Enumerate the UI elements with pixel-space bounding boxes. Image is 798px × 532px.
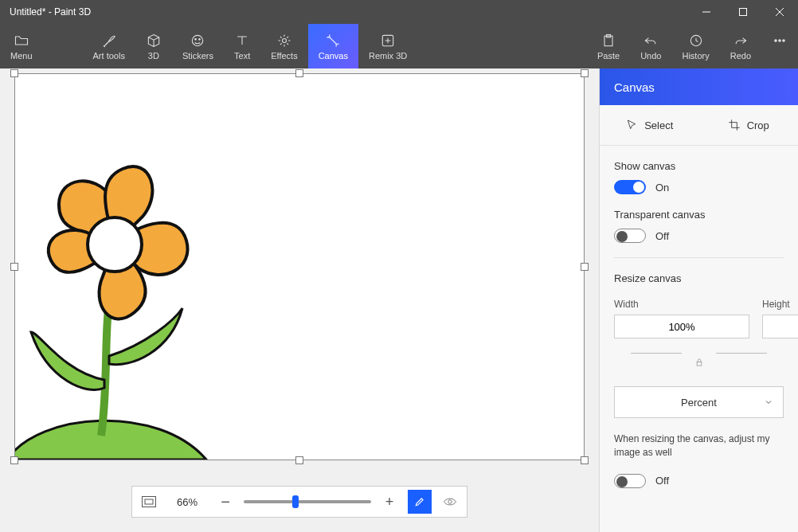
resize-image-description: When resizing the canvas, adjust my imag… (614, 432, 784, 460)
resize-image-toggle[interactable] (614, 474, 646, 488)
resize-handle[interactable] (581, 263, 589, 271)
sticker-icon (190, 32, 205, 49)
view-mode-button[interactable] (438, 490, 462, 514)
svg-point-12 (775, 40, 777, 42)
close-button[interactable] (761, 0, 798, 24)
canvas[interactable] (14, 73, 585, 460)
stickers-label: Stickers (182, 51, 213, 61)
effects-button[interactable]: Effects (260, 24, 307, 68)
history-button[interactable]: History (671, 24, 719, 68)
work-area: 66% − + (0, 68, 599, 532)
undo-button[interactable]: Undo (630, 24, 671, 68)
zoom-bar: 66% − + (131, 486, 467, 518)
svg-rect-17 (145, 499, 153, 504)
paste-button[interactable]: Paste (587, 24, 630, 68)
side-panel: Canvas Select Crop Show canvas On Transp… (599, 68, 798, 532)
cube-icon (146, 32, 162, 49)
crop-tool-button[interactable]: Crop (699, 105, 799, 145)
folder-icon (14, 32, 29, 49)
text-icon (234, 32, 250, 49)
3d-label: 3D (148, 51, 159, 61)
text-label: Text (234, 51, 250, 61)
text-button[interactable]: Text (224, 24, 260, 68)
crop-label: Crop (747, 119, 769, 131)
transparent-canvas-label: Transparent canvas (614, 209, 784, 221)
show-canvas-toggle[interactable] (614, 180, 646, 194)
svg-point-13 (779, 40, 781, 42)
width-label: Width (614, 299, 749, 310)
show-canvas-label: Show canvas (614, 160, 784, 172)
chevron-down-icon (764, 397, 773, 407)
lock-icon (689, 357, 710, 368)
effects-icon (276, 32, 292, 49)
resize-image-state: Off (655, 475, 669, 487)
svg-point-6 (199, 39, 201, 41)
crop-icon (728, 119, 741, 131)
resize-handle[interactable] (10, 69, 18, 77)
zoom-slider-thumb[interactable] (292, 495, 299, 508)
history-label: History (682, 51, 709, 61)
zoom-out-button[interactable]: − (213, 490, 237, 514)
maximize-button[interactable] (725, 0, 761, 24)
side-panel-header: Canvas (600, 68, 798, 105)
undo-icon (643, 32, 659, 49)
resize-handle[interactable] (10, 456, 18, 464)
svg-rect-16 (143, 497, 156, 507)
show-canvas-state: On (655, 182, 669, 194)
3d-button[interactable]: 3D (135, 24, 172, 68)
height-input[interactable] (762, 315, 798, 338)
canvas-label: Canvas (319, 51, 348, 61)
zoom-slider[interactable] (244, 500, 371, 503)
more-button[interactable] (761, 24, 798, 68)
zoom-value: 66% (167, 496, 207, 508)
titlebar: Untitled* - Paint 3D (0, 0, 798, 24)
zoom-in-button[interactable]: + (377, 490, 401, 514)
paste-icon (600, 32, 616, 49)
canvas-button[interactable]: Canvas (308, 24, 358, 68)
svg-point-18 (448, 500, 452, 504)
art-tools-label: Art tools (93, 51, 125, 61)
unit-selected: Percent (681, 397, 717, 409)
stickers-button[interactable]: Stickers (172, 24, 224, 68)
remix-icon (380, 32, 396, 49)
window-title: Untitled* - Paint 3D (10, 6, 688, 18)
resize-handle[interactable] (295, 456, 303, 464)
svg-point-4 (193, 35, 203, 45)
canvas-icon (325, 32, 341, 49)
edit-mode-button[interactable] (408, 490, 432, 514)
paste-label: Paste (597, 51, 620, 61)
minimize-button[interactable] (688, 0, 725, 24)
flower-drawing (15, 125, 262, 460)
resize-handle[interactable] (581, 69, 589, 77)
menu-label: Menu (10, 51, 33, 61)
effects-label: Effects (271, 51, 297, 61)
menu-button[interactable]: Menu (0, 24, 43, 68)
resize-handle[interactable] (581, 456, 589, 464)
svg-point-7 (282, 39, 286, 43)
toolbar: Menu Art tools 3D Stickers Text Effects … (0, 24, 798, 68)
unit-dropdown[interactable]: Percent (614, 386, 784, 418)
svg-point-5 (195, 39, 197, 41)
fit-screen-button[interactable] (137, 490, 161, 514)
redo-label: Redo (730, 51, 751, 61)
resize-canvas-label: Resize canvas (614, 272, 784, 284)
canvas-selection[interactable] (14, 73, 585, 460)
redo-icon (733, 32, 749, 49)
redo-button[interactable]: Redo (720, 24, 761, 68)
art-tools-button[interactable]: Art tools (83, 24, 135, 68)
undo-label: Undo (640, 51, 661, 61)
aspect-lock-button[interactable] (614, 353, 784, 372)
height-label: Height (762, 299, 798, 310)
select-tool-button[interactable]: Select (600, 105, 699, 145)
resize-handle[interactable] (10, 263, 18, 271)
transparent-canvas-state: Off (655, 230, 669, 242)
svg-rect-1 (740, 9, 747, 16)
cursor-icon (625, 119, 638, 131)
brush-icon (101, 32, 117, 49)
transparent-canvas-toggle[interactable] (614, 229, 646, 243)
remix-3d-label: Remix 3D (369, 51, 407, 61)
width-input[interactable] (614, 315, 749, 338)
svg-rect-19 (697, 362, 702, 366)
remix-3d-button[interactable]: Remix 3D (358, 24, 417, 68)
resize-handle[interactable] (295, 69, 303, 77)
